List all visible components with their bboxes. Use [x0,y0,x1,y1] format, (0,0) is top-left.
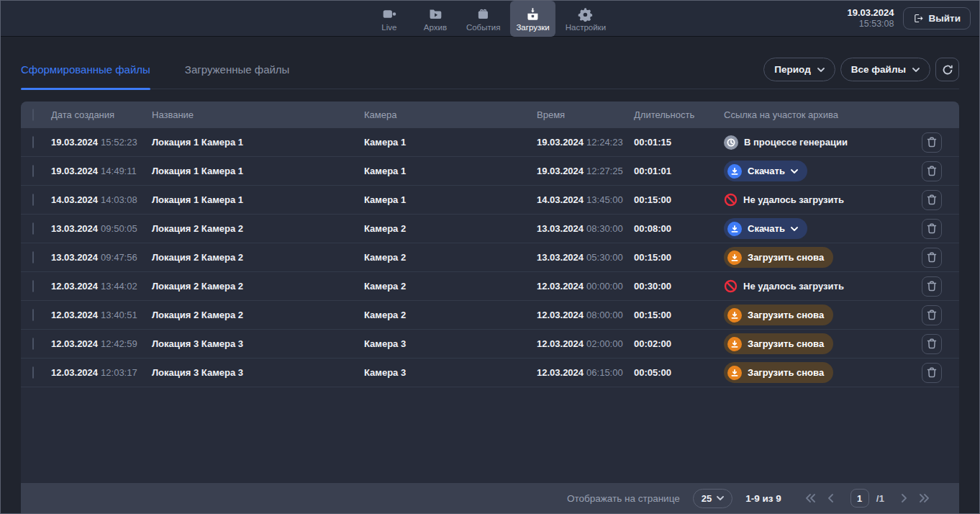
row-checkbox[interactable] [32,280,34,292]
delete-button[interactable] [922,190,942,210]
created-date: 12.03.2024 [51,367,98,378]
nav-item-settings[interactable]: Настройки [560,1,612,37]
created-date: 13.03.2024 [51,252,98,263]
downloads-table: Дата создания Название Камера Время Длит… [21,102,959,513]
created-time: 14:03:08 [101,194,137,205]
refresh-icon [942,64,953,76]
blocked-icon [724,279,738,293]
blocked-icon [724,193,738,207]
archive-link-cell: Не удалось загрузить [724,193,913,207]
column-header-duration: Длительность [634,109,724,120]
delete-button[interactable] [922,248,942,268]
tab-downloaded-files[interactable]: Загруженные файлы [185,63,290,89]
row-checkbox[interactable] [32,251,34,263]
camera-name: Камера 1 [364,194,537,205]
video-camera-icon [381,6,396,22]
created-date: 12.03.2024 [51,310,98,320]
file-name: Локация 3 Камера 3 [152,367,364,378]
trash-icon [927,166,937,176]
clock-icon [724,135,738,150]
row-checkbox[interactable] [32,136,34,148]
duration: 00:05:00 [634,367,724,378]
time-time: 08:30:00 [586,223,623,234]
select-all-checkbox[interactable] [32,109,34,121]
files-filter-label: Все файлы [851,64,906,75]
archive-link-cell: Загрузить снова [724,333,913,354]
delete-button[interactable] [922,219,942,239]
retry-download-button[interactable]: Загрузить снова [724,362,833,383]
download-icon [727,251,742,265]
prev-page-button[interactable] [825,492,838,504]
status-failed: Не удалось загрузить [724,193,844,207]
row-checkbox[interactable] [32,165,34,177]
trash-icon [927,310,937,320]
camera-name: Камера 2 [364,281,537,292]
row-checkbox[interactable] [32,309,34,321]
pager: 1 /1 [804,489,930,508]
duration: 00:15:00 [634,194,724,205]
delete-button[interactable] [922,276,942,297]
per-page-value: 25 [702,493,712,504]
retry-download-button[interactable]: Загрузить снова [724,333,833,354]
nav-item-archive[interactable]: Архив [414,1,456,37]
time-cell: 19.03.202412:27:25 [537,166,634,176]
trash-icon [927,367,937,378]
first-page-icon [806,494,816,502]
created-cell: 12.03.202412:42:59 [51,338,152,349]
archive-link-cell: Загрузить снова [724,362,913,383]
last-page-button[interactable] [917,492,930,504]
period-filter-button[interactable]: Период [763,58,835,81]
download-button[interactable]: Скачать [724,161,807,181]
nav-item-live[interactable]: Live [368,1,410,37]
current-page-input[interactable]: 1 [850,489,869,508]
table-row: 12.03.202412:03:17 Локация 3 Камера 3 Ка… [21,359,959,387]
file-name: Локация 1 Камера 1 [152,166,364,176]
retry-download-button[interactable]: Загрузить снова [724,247,833,268]
time-date: 12.03.2024 [537,310,584,320]
column-header-created: Дата создания [51,109,152,120]
trash-icon [927,194,937,205]
nav-item-label: Загрузки [516,23,549,32]
files-filter-button[interactable]: Все файлы [840,58,930,81]
download-icon [727,308,742,323]
time-date: 13.03.2024 [537,252,584,263]
table-row: 19.03.202415:52:23 Локация 1 Камера 1 Ка… [21,128,959,157]
chevron-down-icon [912,68,920,72]
trash-icon [927,252,937,263]
archive-link-cell: Не удалось загрузить [724,279,913,293]
time-time: 00:00:00 [586,281,623,292]
tab-generated-files[interactable]: Сформированные файлы [21,63,150,89]
pagination-bar: Отображать на странице 25 1-9 из 9 1 /1 [21,483,959,513]
trash-icon [927,281,937,292]
delete-button[interactable] [922,132,942,153]
first-page-button[interactable] [804,492,817,504]
column-header-time: Время [537,109,634,120]
created-time: 09:47:56 [101,252,137,263]
row-checkbox[interactable] [32,338,34,350]
delete-button[interactable] [922,305,942,325]
refresh-button[interactable] [935,58,959,81]
next-page-icon [899,494,909,502]
prev-page-icon [826,494,836,502]
delete-button[interactable] [922,363,942,383]
created-cell: 14.03.202414:03:08 [51,194,152,205]
row-checkbox[interactable] [32,222,34,235]
nav-item-downloads[interactable]: Загрузки [510,1,555,37]
row-checkbox[interactable] [32,194,34,206]
nav-item-events[interactable]: События [460,1,506,37]
delete-button[interactable] [922,334,942,354]
download-icon [727,164,742,179]
chevron-down-icon [817,68,825,72]
row-checkbox[interactable] [32,366,34,379]
time-time: 12:24:23 [586,137,623,148]
per-page-select[interactable]: 25 [693,489,732,508]
next-page-button[interactable] [897,492,910,504]
delete-button[interactable] [922,161,942,181]
download-button[interactable]: Скачать [724,218,807,239]
created-cell: 12.03.202412:03:17 [51,367,152,378]
current-time: 15:53:08 [847,19,894,30]
duration: 00:30:00 [634,281,724,292]
logout-button[interactable]: Выйти [903,7,971,30]
retry-download-button[interactable]: Загрузить снова [724,305,833,325]
file-name: Локация 1 Камера 1 [152,137,364,148]
